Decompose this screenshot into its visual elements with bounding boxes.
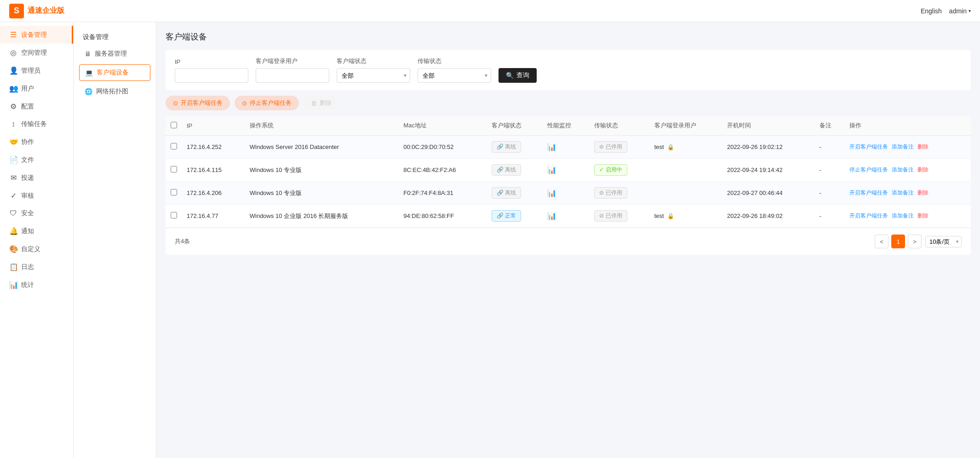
sidebar: ☰ 设备管理 ◎ 空间管理 👤 管理员 👥 用户 ⚙ 配置 ↕ 传输任务 🤝 协… xyxy=(0,22,74,458)
col-login-user: 客户端登录用户 xyxy=(650,116,722,136)
sub-sidebar-item-client[interactable]: 💻 客户端设备 xyxy=(79,64,150,81)
add-remark-link-4[interactable]: 添加备注 xyxy=(892,212,914,220)
row-checkbox-3[interactable] xyxy=(171,189,177,195)
transfer-status-badge: ⊘ 已停用 xyxy=(594,210,627,222)
cell-perf[interactable]: 📊 xyxy=(543,182,590,205)
table-row: 172.16.4.206 Windows 10 专业版 F0:2F:74:F4:… xyxy=(166,182,971,205)
sidebar-label-custom: 自定义 xyxy=(21,245,40,253)
add-remark-link-1[interactable]: 添加备注 xyxy=(892,143,914,151)
start-task-link-1[interactable]: 开启客户端任务 xyxy=(849,143,888,151)
start-task-link-4[interactable]: 开启客户端任务 xyxy=(849,212,888,220)
cell-perf[interactable]: 📊 xyxy=(543,205,590,228)
stop-client-task-button[interactable]: ⊙ 停止客户端任务 xyxy=(235,96,299,110)
language-btn[interactable]: English xyxy=(921,7,942,15)
client-status-badge: 🔗 离线 xyxy=(492,164,521,176)
admin-btn[interactable]: admin xyxy=(949,7,971,15)
cell-boot-time: 2022-09-27 00:46:44 xyxy=(722,182,815,205)
sidebar-item-file[interactable]: 📄 文件 xyxy=(0,151,73,169)
sidebar-item-config[interactable]: ⚙ 配置 xyxy=(0,97,73,115)
sidebar-item-pitch[interactable]: ✉ 投递 xyxy=(0,169,73,187)
network-icon: 🌐 xyxy=(85,88,92,95)
perf-chart-icon[interactable]: 📊 xyxy=(547,189,556,197)
cell-transfer-status: ⊘ 已停用 xyxy=(590,182,649,205)
sub-sidebar-item-server[interactable]: 🖥 服务器管理 xyxy=(74,45,156,63)
sidebar-label-notify: 通知 xyxy=(21,227,34,235)
next-page-button[interactable]: > xyxy=(908,235,922,248)
sidebar-item-security[interactable]: 🛡 安全 xyxy=(0,205,73,222)
delete-button[interactable]: 🗑 删除 xyxy=(304,96,339,110)
delete-link-3[interactable]: 删除 xyxy=(917,189,928,197)
perf-chart-icon[interactable]: 📊 xyxy=(547,212,556,220)
transfer-status-select[interactable]: 全部 启用中 已停用 xyxy=(418,68,491,83)
client-device-icon: 💻 xyxy=(85,69,93,76)
user-filter-group: 客户端登录用户 xyxy=(256,57,329,83)
stats-icon: 📊 xyxy=(9,281,17,289)
col-perf: 性能监控 xyxy=(543,116,590,136)
row-checkbox-2[interactable] xyxy=(171,166,177,172)
start-client-task-button[interactable]: ⊙ 开启客户端任务 xyxy=(166,96,230,110)
col-boot-time: 开机时间 xyxy=(722,116,815,136)
col-remark: 备注 xyxy=(815,116,845,136)
stop-icon: ⊙ xyxy=(242,100,247,107)
add-remark-link-3[interactable]: 添加备注 xyxy=(892,189,914,197)
cell-transfer-status: ✓ 启用中 xyxy=(590,159,649,182)
logo-icon: S xyxy=(9,4,24,18)
sidebar-item-log[interactable]: 📋 日志 xyxy=(0,258,73,276)
lock-icon: 🔒 xyxy=(667,144,674,150)
sidebar-item-stats[interactable]: 📊 统计 xyxy=(0,276,73,294)
sidebar-item-user[interactable]: 👥 用户 xyxy=(0,80,73,97)
row-checkbox-1[interactable] xyxy=(171,143,177,149)
cell-boot-time: 2022-09-26 18:49:02 xyxy=(722,205,815,228)
cell-client-status: 🔗 离线 xyxy=(487,182,543,205)
pagination: < 1 > xyxy=(875,235,922,248)
cell-client-status: 🔗 正常 xyxy=(487,205,543,228)
start-task-link-3[interactable]: 开启客户端任务 xyxy=(849,189,888,197)
user-input[interactable] xyxy=(256,68,329,83)
client-status-select[interactable]: 全部 离线 正常 异常 xyxy=(337,68,410,83)
sidebar-item-device[interactable]: ☰ 设备管理 xyxy=(0,26,73,44)
cell-ip: 172.16.4.206 xyxy=(182,182,245,205)
sidebar-item-audit[interactable]: ✓ 审核 xyxy=(0,187,73,205)
perf-chart-icon[interactable]: 📊 xyxy=(547,143,556,151)
sidebar-item-transfer[interactable]: ↕ 传输任务 xyxy=(0,115,73,133)
sidebar-item-admin[interactable]: 👤 管理员 xyxy=(0,62,73,80)
filter-bar: IP 客户端登录用户 客户端状态 全部 离线 正常 异常 xyxy=(166,50,971,90)
cell-perf[interactable]: 📊 xyxy=(543,136,590,159)
cell-login-user xyxy=(650,159,722,182)
query-btn-label: 查询 xyxy=(516,71,529,80)
row-checkbox-4[interactable] xyxy=(171,212,177,218)
cell-actions: 开启客户端任务 添加备注 删除 xyxy=(845,182,971,205)
cell-perf[interactable]: 📊 xyxy=(543,159,590,182)
col-transfer-status: 传输状态 xyxy=(590,116,649,136)
add-remark-link-2[interactable]: 添加备注 xyxy=(892,166,914,174)
sidebar-item-collab[interactable]: 🤝 协作 xyxy=(0,133,73,151)
page-title: 客户端设备 xyxy=(166,31,971,42)
pagination-controls: < 1 > 10条/页 20条/页 50条/页 xyxy=(875,235,962,248)
page-size-select[interactable]: 10条/页 20条/页 50条/页 xyxy=(925,236,962,247)
transfer-status-select-wrapper: 全部 启用中 已停用 xyxy=(418,68,491,83)
ip-input[interactable] xyxy=(175,68,248,83)
ip-label: IP xyxy=(175,58,248,65)
page-size-wrapper: 10条/页 20条/页 50条/页 xyxy=(925,236,962,247)
transfer-icon: ↕ xyxy=(9,120,17,128)
perf-chart-icon[interactable]: 📊 xyxy=(547,166,556,174)
cell-client-status: 🔗 离线 xyxy=(487,159,543,182)
sub-sidebar-item-network[interactable]: 🌐 网络拓扑图 xyxy=(74,83,156,100)
client-status-badge: 🔗 正常 xyxy=(492,210,521,222)
sidebar-item-custom[interactable]: 🎨 自定义 xyxy=(0,240,73,258)
page-1-button[interactable]: 1 xyxy=(891,235,905,248)
prev-page-button[interactable]: < xyxy=(875,235,888,248)
delete-link-2[interactable]: 删除 xyxy=(917,166,928,174)
sidebar-item-notify[interactable]: 🔔 通知 xyxy=(0,222,73,240)
server-mgmt-icon: 🖥 xyxy=(85,50,91,57)
stop-task-link-2[interactable]: 停止客户端任务 xyxy=(849,166,888,174)
delete-link-4[interactable]: 删除 xyxy=(917,212,928,220)
sidebar-item-space[interactable]: ◎ 空间管理 xyxy=(0,44,73,62)
delete-link-1[interactable]: 删除 xyxy=(917,143,928,151)
cell-login-user: test 🔒 xyxy=(650,205,722,228)
cell-client-status: 🔗 离线 xyxy=(487,136,543,159)
select-all-checkbox[interactable] xyxy=(171,122,177,128)
device-icon: ☰ xyxy=(9,30,17,39)
query-button[interactable]: 🔍 查询 xyxy=(499,68,537,83)
user-icon: 👥 xyxy=(9,84,17,93)
